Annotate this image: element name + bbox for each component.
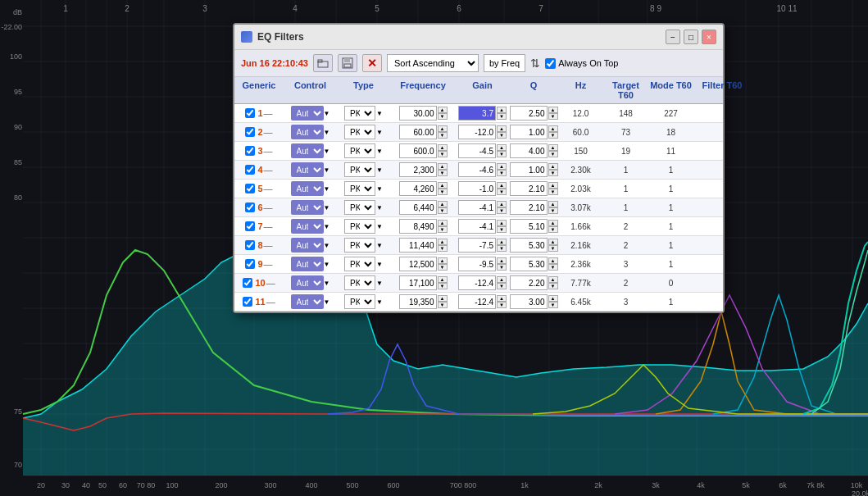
- control-select[interactable]: Auto: [291, 143, 324, 158]
- row-checkbox[interactable]: [245, 108, 255, 118]
- freq-down[interactable]: ▼: [438, 151, 448, 157]
- frequency-input[interactable]: [399, 106, 437, 121]
- control-dropdown-icon[interactable]: ▼: [324, 204, 330, 212]
- gain-up[interactable]: ▲: [497, 201, 507, 207]
- row-checkbox[interactable]: [245, 240, 255, 250]
- freq-up[interactable]: ▲: [438, 107, 448, 113]
- row-checkbox[interactable]: [245, 127, 255, 137]
- row-checkbox[interactable]: [245, 184, 255, 193]
- type-select[interactable]: PK: [344, 106, 375, 121]
- q-up[interactable]: ▲: [548, 295, 558, 302]
- type-select[interactable]: PK: [344, 125, 375, 139]
- control-select[interactable]: Auto: [291, 238, 324, 253]
- q-down[interactable]: ▼: [548, 113, 558, 120]
- q-up[interactable]: ▲: [548, 163, 558, 170]
- gain-down[interactable]: ▼: [497, 283, 507, 289]
- frequency-input[interactable]: [399, 125, 437, 139]
- type-dropdown-icon[interactable]: ▼: [376, 166, 383, 174]
- gain-up[interactable]: ▲: [497, 295, 507, 302]
- freq-down[interactable]: ▼: [438, 226, 448, 233]
- delete-button[interactable]: ✕: [362, 54, 382, 72]
- freq-up[interactable]: ▲: [438, 144, 448, 151]
- type-select[interactable]: PK: [344, 200, 375, 215]
- type-dropdown-icon[interactable]: ▼: [376, 148, 383, 155]
- gain-input[interactable]: [458, 181, 496, 196]
- control-dropdown-icon[interactable]: ▼: [324, 148, 330, 155]
- gain-down[interactable]: ▼: [497, 207, 507, 214]
- freq-up[interactable]: ▲: [438, 295, 448, 302]
- control-select[interactable]: Auto: [291, 294, 324, 309]
- control-select[interactable]: Auto: [291, 106, 324, 121]
- freq-up[interactable]: ▲: [438, 125, 448, 132]
- freq-up[interactable]: ▲: [438, 239, 448, 245]
- gain-input[interactable]: [458, 219, 496, 234]
- row-checkbox[interactable]: [243, 297, 252, 307]
- freq-down[interactable]: ▼: [438, 264, 448, 271]
- by-freq-button[interactable]: by Freq: [484, 54, 525, 72]
- freq-up[interactable]: ▲: [438, 220, 448, 226]
- q-down[interactable]: ▼: [548, 170, 558, 176]
- control-dropdown-icon[interactable]: ▼: [324, 280, 330, 287]
- control-dropdown-icon[interactable]: ▼: [324, 242, 330, 249]
- gain-down[interactable]: ▼: [497, 302, 507, 308]
- gain-up[interactable]: ▲: [497, 107, 507, 113]
- gain-up[interactable]: ▲: [497, 163, 507, 170]
- q-down[interactable]: ▼: [548, 302, 558, 308]
- type-select[interactable]: PK: [344, 181, 375, 196]
- q-up[interactable]: ▲: [548, 220, 558, 226]
- gain-up[interactable]: ▲: [497, 144, 507, 151]
- save-button[interactable]: [338, 54, 357, 72]
- type-select[interactable]: PK: [344, 257, 375, 271]
- q-up[interactable]: ▲: [548, 107, 558, 113]
- freq-up[interactable]: ▲: [438, 201, 448, 207]
- row-checkbox[interactable]: [245, 146, 255, 156]
- control-dropdown-icon[interactable]: ▼: [324, 261, 330, 268]
- q-input[interactable]: [510, 294, 548, 309]
- gain-input[interactable]: [458, 162, 496, 177]
- type-dropdown-icon[interactable]: ▼: [376, 129, 383, 136]
- control-select[interactable]: Auto: [291, 219, 324, 234]
- gain-down[interactable]: ▼: [497, 264, 507, 271]
- q-up[interactable]: ▲: [548, 239, 558, 245]
- type-select[interactable]: PK: [344, 143, 375, 158]
- gain-input[interactable]: [458, 200, 496, 215]
- q-input[interactable]: [510, 238, 548, 253]
- sort-select[interactable]: Sort AscendingSort Descending: [387, 54, 479, 72]
- frequency-input[interactable]: [399, 238, 437, 253]
- q-input[interactable]: [510, 200, 548, 215]
- q-input[interactable]: [510, 219, 548, 234]
- type-dropdown-icon[interactable]: ▼: [376, 185, 383, 193]
- q-down[interactable]: ▼: [548, 151, 558, 157]
- type-select[interactable]: PK: [344, 238, 375, 253]
- frequency-input[interactable]: [399, 181, 437, 196]
- q-input[interactable]: [510, 275, 548, 290]
- sort-direction-button[interactable]: ⇅: [530, 57, 540, 70]
- control-select[interactable]: Auto: [291, 200, 324, 215]
- gain-down[interactable]: ▼: [497, 151, 507, 157]
- gain-down[interactable]: ▼: [497, 245, 507, 252]
- q-down[interactable]: ▼: [548, 264, 558, 271]
- freq-down[interactable]: ▼: [438, 207, 448, 214]
- q-down[interactable]: ▼: [548, 226, 558, 233]
- frequency-input[interactable]: [399, 294, 437, 309]
- type-dropdown-icon[interactable]: ▼: [376, 280, 383, 287]
- frequency-input[interactable]: [399, 162, 437, 177]
- q-input[interactable]: [510, 143, 548, 158]
- freq-down[interactable]: ▼: [438, 189, 448, 195]
- row-checkbox[interactable]: [243, 278, 252, 288]
- row-checkbox[interactable]: [245, 259, 255, 269]
- q-up[interactable]: ▲: [548, 125, 558, 132]
- row-checkbox[interactable]: [245, 165, 255, 175]
- gain-down[interactable]: ▼: [497, 189, 507, 195]
- q-down[interactable]: ▼: [548, 245, 558, 252]
- gain-up[interactable]: ▲: [497, 276, 507, 283]
- type-dropdown-icon[interactable]: ▼: [376, 261, 383, 268]
- always-on-top-label[interactable]: Always On Top: [545, 58, 618, 69]
- row-checkbox[interactable]: [245, 202, 255, 212]
- gain-up[interactable]: ▲: [497, 125, 507, 132]
- control-dropdown-icon[interactable]: ▼: [324, 110, 330, 117]
- q-input[interactable]: [510, 181, 548, 196]
- gain-input[interactable]: [458, 294, 496, 309]
- q-down[interactable]: ▼: [548, 207, 558, 214]
- freq-down[interactable]: ▼: [438, 170, 448, 176]
